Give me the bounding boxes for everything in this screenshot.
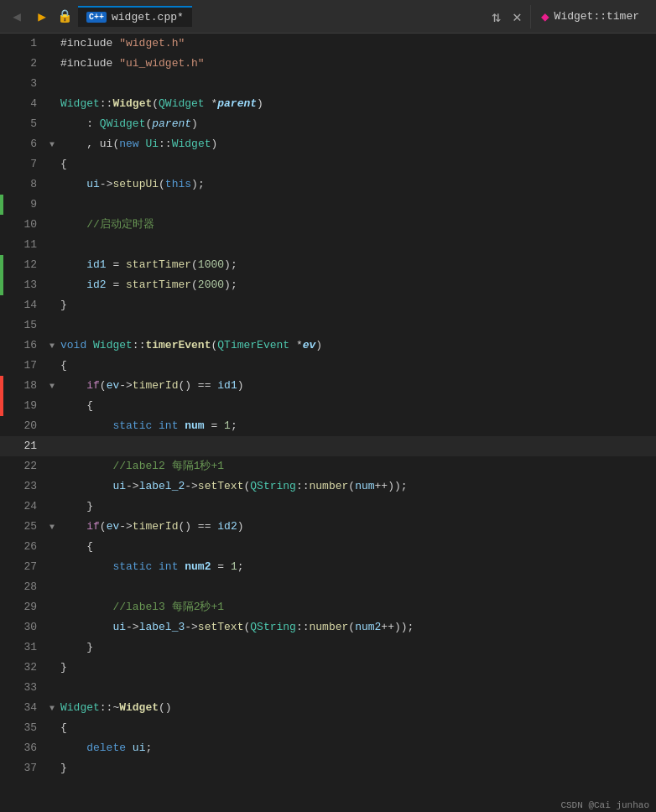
- code-line-18: 18▼ if(ev->timerId() == id1): [0, 376, 656, 396]
- line-content: }: [59, 658, 656, 678]
- code-line-7: 7{: [0, 154, 656, 174]
- line-content: }: [59, 295, 656, 315]
- code-line-2: 2#include "ui_widget.h": [0, 54, 656, 74]
- line-content: static int num2 = 1;: [59, 557, 656, 577]
- line-content: id2 = startTimer(2000);: [59, 275, 656, 295]
- line-number: 33: [3, 678, 45, 698]
- line-number: 7: [3, 154, 45, 174]
- code-line-17: 17{: [0, 356, 656, 376]
- line-number: 29: [3, 597, 45, 617]
- line-number: 5: [3, 114, 45, 134]
- line-number: 26: [3, 537, 45, 557]
- line-number: 8: [3, 174, 45, 195]
- code-line-34: 34▼Widget::~Widget(): [0, 698, 656, 718]
- code-line-6: 6▼ , ui(new Ui::Widget): [0, 134, 656, 154]
- code-line-36: 36 delete ui;: [0, 738, 656, 758]
- line-number: 30: [3, 617, 45, 638]
- line-number: 25: [3, 517, 45, 537]
- line-content: {: [59, 154, 656, 174]
- line-number: 27: [3, 557, 45, 577]
- line-number: 17: [3, 356, 45, 376]
- line-number: 35: [3, 718, 45, 738]
- code-line-12: 12 id1 = startTimer(1000);: [0, 255, 656, 275]
- line-content: , ui(new Ui::Widget): [59, 134, 656, 154]
- code-line-11: 11: [0, 235, 656, 255]
- line-number: 6: [3, 134, 45, 154]
- code-line-9: 9: [0, 195, 656, 215]
- code-line-23: 23 ui->label_2->setText(QString::number(…: [0, 476, 656, 497]
- line-number: 34: [3, 698, 45, 718]
- line-content: delete ui;: [59, 738, 656, 758]
- footer: CSDN @Cai junhao: [554, 799, 656, 812]
- forward-button[interactable]: ▶: [32, 7, 52, 27]
- line-number: 9: [3, 195, 45, 215]
- line-content: }: [59, 497, 656, 517]
- line-number: 19: [3, 396, 45, 416]
- breadcrumb-text: Widget::timer: [554, 10, 639, 23]
- code-line-28: 28: [0, 577, 656, 597]
- code-line-8: 8 ui->setupUi(this);: [0, 174, 656, 195]
- code-line-5: 5 : QWidget(parent): [0, 114, 656, 134]
- code-line-1: 1#include "widget.h": [0, 34, 656, 54]
- code-line-25: 25▼ if(ev->timerId() == id2): [0, 517, 656, 537]
- collapse-arrow[interactable]: ▼: [45, 704, 59, 713]
- code-line-4: 4Widget::Widget(QWidget *parent): [0, 94, 656, 114]
- line-number: 13: [3, 275, 45, 295]
- code-line-21: 21: [0, 436, 656, 456]
- line-content: {: [59, 537, 656, 557]
- line-number: 10: [3, 215, 45, 235]
- line-content: : QWidget(parent): [59, 114, 656, 134]
- line-content: {: [59, 396, 656, 416]
- line-content: ui->setupUi(this);: [59, 174, 656, 195]
- line-content: if(ev->timerId() == id1): [59, 376, 656, 396]
- line-number: 3: [3, 74, 45, 94]
- collapse-arrow[interactable]: ▼: [45, 523, 59, 532]
- collapse-arrow[interactable]: ▼: [45, 382, 59, 391]
- code-line-3: 3: [0, 74, 656, 94]
- code-line-26: 26 {: [0, 537, 656, 557]
- line-number: 14: [3, 295, 45, 315]
- close-tab-button[interactable]: ✕: [509, 8, 525, 26]
- line-number: 21: [3, 436, 45, 456]
- line-number: 4: [3, 94, 45, 114]
- line-content: {: [59, 356, 656, 376]
- tab-arrows-button[interactable]: ⇅: [488, 8, 504, 26]
- code-line-33: 33: [0, 678, 656, 698]
- line-number: 37: [3, 758, 45, 778]
- code-line-22: 22 //label2 每隔1秒+1: [0, 456, 656, 476]
- collapse-arrow[interactable]: ▼: [45, 140, 59, 149]
- breadcrumb-right: ◆ Widget::timer: [530, 5, 649, 29]
- line-number: 22: [3, 456, 45, 476]
- file-tab[interactable]: C++ widget.cpp*: [78, 6, 192, 27]
- code-content[interactable]: 1#include "widget.h"2#include "ui_widget…: [0, 34, 656, 812]
- line-number: 11: [3, 235, 45, 255]
- line-content: #include "widget.h": [59, 34, 656, 54]
- line-number: 24: [3, 497, 45, 517]
- back-button[interactable]: ◀: [7, 7, 27, 27]
- line-content: //label3 每隔2秒+1: [59, 597, 656, 617]
- line-number: 28: [3, 577, 45, 597]
- code-line-14: 14}: [0, 295, 656, 315]
- line-content: Widget::Widget(QWidget *parent): [59, 94, 656, 114]
- line-content: {: [59, 718, 656, 738]
- code-line-16: 16▼void Widget::timerEvent(QTimerEvent *…: [0, 336, 656, 356]
- line-content: ui->label_3->setText(QString::number(num…: [59, 617, 656, 638]
- line-content: void Widget::timerEvent(QTimerEvent *ev): [59, 336, 656, 356]
- line-number: 20: [3, 416, 45, 436]
- line-number: 2: [3, 54, 45, 74]
- cpp-icon: C++: [86, 12, 107, 23]
- lock-icon: 🔒: [57, 8, 73, 24]
- line-content: }: [59, 638, 656, 658]
- filename: widget.cpp*: [112, 11, 184, 23]
- collapse-arrow[interactable]: ▼: [45, 341, 59, 351]
- line-content: static int num = 1;: [59, 416, 656, 436]
- code-line-30: 30 ui->label_3->setText(QString::number(…: [0, 617, 656, 638]
- line-content: ui->label_2->setText(QString::number(num…: [59, 476, 656, 497]
- line-content: if(ev->timerId() == id2): [59, 517, 656, 537]
- code-line-20: 20 static int num = 1;: [0, 416, 656, 436]
- line-content: }: [59, 758, 656, 778]
- code-line-13: 13 id2 = startTimer(2000);: [0, 275, 656, 295]
- code-line-15: 15: [0, 315, 656, 336]
- line-number: 15: [3, 315, 45, 336]
- line-number: 12: [3, 255, 45, 275]
